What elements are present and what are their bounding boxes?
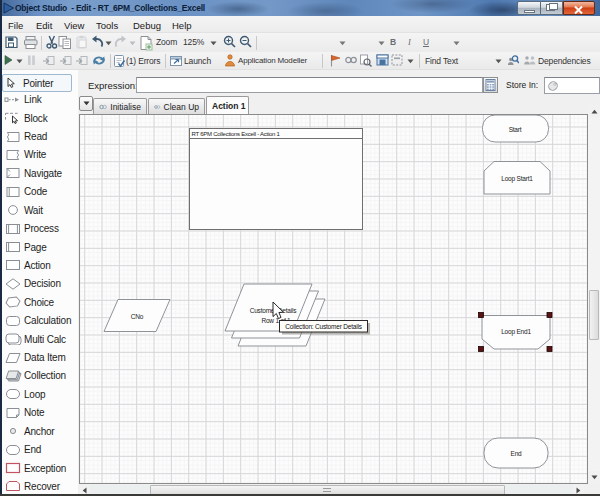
svg-text:End: End bbox=[511, 450, 523, 457]
svg-text:RT 6PM Collections Excell - Ac: RT 6PM Collections Excell - Action 1 bbox=[192, 131, 281, 137]
svg-text:Start: Start bbox=[509, 126, 522, 133]
svg-text:Collection: Customer Details: Collection: Customer Details bbox=[285, 323, 362, 330]
svg-text:Loop Start1: Loop Start1 bbox=[501, 175, 533, 183]
svg-text:Loop End1: Loop End1 bbox=[501, 328, 531, 336]
svg-text:CNo: CNo bbox=[131, 313, 144, 320]
